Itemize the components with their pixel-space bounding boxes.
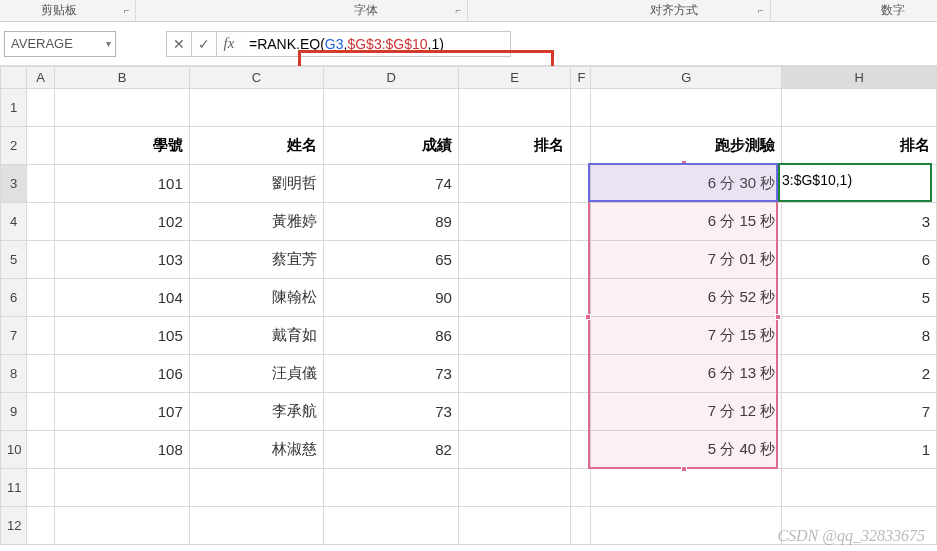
cell-D4[interactable]: 89	[324, 203, 459, 241]
cell-A2[interactable]	[27, 127, 55, 165]
cell-F12[interactable]	[571, 507, 591, 545]
cell-F2[interactable]	[571, 127, 591, 165]
cell-G10[interactable]: 5 分 40 秒	[591, 431, 782, 469]
cell-A11[interactable]	[27, 469, 55, 507]
cell-D8[interactable]: 73	[324, 355, 459, 393]
cell-F3[interactable]	[571, 165, 591, 203]
dialog-launcher-icon[interactable]: ⌐	[752, 0, 770, 21]
cell-E6[interactable]	[458, 279, 570, 317]
range-handle-icon[interactable]	[681, 160, 687, 166]
cell-H5[interactable]: 6	[782, 241, 937, 279]
row-header[interactable]: 4	[1, 203, 27, 241]
cell-C2[interactable]: 姓名	[189, 127, 324, 165]
cell-D12[interactable]	[324, 507, 459, 545]
col-header-C[interactable]: C	[189, 67, 324, 89]
cell-H7[interactable]: 8	[782, 317, 937, 355]
cell-B6[interactable]: 104	[55, 279, 190, 317]
cell-E9[interactable]	[458, 393, 570, 431]
cell-D1[interactable]	[324, 89, 459, 127]
cell-F11[interactable]	[571, 469, 591, 507]
cell-B5[interactable]: 103	[55, 241, 190, 279]
name-box[interactable]: AVERAGE ▾	[4, 31, 116, 57]
cell-E2[interactable]: 排名	[458, 127, 570, 165]
chevron-down-icon[interactable]: ▾	[106, 38, 111, 49]
cell-G2[interactable]: 跑步測驗	[591, 127, 782, 165]
cell-H3[interactable]	[782, 165, 937, 203]
cell-H2[interactable]: 排名	[782, 127, 937, 165]
insert-function-button[interactable]: fx	[216, 31, 242, 57]
cell-H10[interactable]: 1	[782, 431, 937, 469]
cell-C12[interactable]	[189, 507, 324, 545]
cell-A10[interactable]	[27, 431, 55, 469]
cell-E10[interactable]	[458, 431, 570, 469]
cell-E4[interactable]	[458, 203, 570, 241]
cell-A7[interactable]	[27, 317, 55, 355]
cell-B7[interactable]: 105	[55, 317, 190, 355]
cell-B4[interactable]: 102	[55, 203, 190, 241]
cell-H11[interactable]	[782, 469, 937, 507]
cell-C6[interactable]: 陳翰松	[189, 279, 324, 317]
cell-C10[interactable]: 林淑慈	[189, 431, 324, 469]
cell-G12[interactable]	[591, 507, 782, 545]
cell-G6[interactable]: 6 分 52 秒	[591, 279, 782, 317]
col-header-D[interactable]: D	[324, 67, 459, 89]
cell-B2[interactable]: 學號	[55, 127, 190, 165]
cell-H12[interactable]	[782, 507, 937, 545]
col-header-F[interactable]: F	[571, 67, 591, 89]
cell-A4[interactable]	[27, 203, 55, 241]
cell-H8[interactable]: 2	[782, 355, 937, 393]
cell-C5[interactable]: 蔡宜芳	[189, 241, 324, 279]
col-header-E[interactable]: E	[458, 67, 570, 89]
col-header-B[interactable]: B	[55, 67, 190, 89]
cell-B9[interactable]: 107	[55, 393, 190, 431]
cell-F1[interactable]	[571, 89, 591, 127]
cell-F7[interactable]	[571, 317, 591, 355]
cell-H9[interactable]: 7	[782, 393, 937, 431]
cell-E12[interactable]	[458, 507, 570, 545]
select-all-corner[interactable]	[1, 67, 27, 89]
cell-C1[interactable]	[189, 89, 324, 127]
row-header[interactable]: 9	[1, 393, 27, 431]
cell-D5[interactable]: 65	[324, 241, 459, 279]
range-handle-icon[interactable]	[775, 314, 781, 320]
cell-A9[interactable]	[27, 393, 55, 431]
enter-formula-button[interactable]: ✓	[191, 31, 217, 57]
cell-C3[interactable]: 劉明哲	[189, 165, 324, 203]
cell-D3[interactable]: 74	[324, 165, 459, 203]
cell-A8[interactable]	[27, 355, 55, 393]
cell-F10[interactable]	[571, 431, 591, 469]
cell-H1[interactable]	[782, 89, 937, 127]
cell-E8[interactable]	[458, 355, 570, 393]
cell-B10[interactable]: 108	[55, 431, 190, 469]
cell-C9[interactable]: 李承航	[189, 393, 324, 431]
spreadsheet-area[interactable]: A B C D E F G H 12學號姓名成績排名跑步測驗排名3101劉明哲7…	[0, 66, 937, 545]
cell-B8[interactable]: 106	[55, 355, 190, 393]
cell-E11[interactable]	[458, 469, 570, 507]
row-header[interactable]: 11	[1, 469, 27, 507]
cell-B1[interactable]	[55, 89, 190, 127]
cell-B3[interactable]: 101	[55, 165, 190, 203]
cell-F9[interactable]	[571, 393, 591, 431]
cell-C8[interactable]: 汪貞儀	[189, 355, 324, 393]
cell-E3[interactable]	[458, 165, 570, 203]
cell-D7[interactable]: 86	[324, 317, 459, 355]
cancel-formula-button[interactable]: ✕	[166, 31, 192, 57]
cell-C7[interactable]: 戴育如	[189, 317, 324, 355]
cell-G7[interactable]: 7 分 15 秒	[591, 317, 782, 355]
cell-G5[interactable]: 7 分 01 秒	[591, 241, 782, 279]
row-header[interactable]: 6	[1, 279, 27, 317]
cell-D9[interactable]: 73	[324, 393, 459, 431]
range-handle-icon[interactable]	[585, 314, 591, 320]
cell-A5[interactable]	[27, 241, 55, 279]
col-header-A[interactable]: A	[27, 67, 55, 89]
cell-E1[interactable]	[458, 89, 570, 127]
cell-G11[interactable]	[591, 469, 782, 507]
spreadsheet-grid[interactable]: A B C D E F G H 12學號姓名成績排名跑步測驗排名3101劉明哲7…	[0, 66, 937, 545]
cell-B12[interactable]	[55, 507, 190, 545]
cell-D2[interactable]: 成績	[324, 127, 459, 165]
cell-F8[interactable]	[571, 355, 591, 393]
cell-G1[interactable]	[591, 89, 782, 127]
cell-G8[interactable]: 6 分 13 秒	[591, 355, 782, 393]
dialog-launcher-icon[interactable]: ⌐	[118, 0, 136, 21]
dialog-launcher-icon[interactable]: ⌐	[450, 0, 468, 21]
